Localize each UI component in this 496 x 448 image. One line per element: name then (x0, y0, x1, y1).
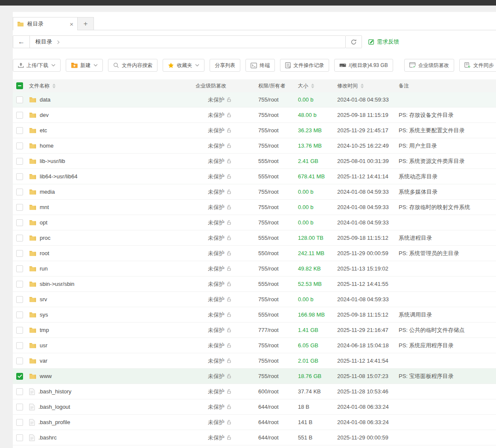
table-row[interactable]: var 未保护 755/root 2.01 GB 2025-11-12 14:4… (13, 353, 496, 369)
file-name[interactable]: mnt (40, 204, 49, 210)
table-row[interactable]: opt 未保护 755/root 0.00 b 2024-01-08 04:59… (13, 215, 496, 230)
file-name[interactable]: proc (40, 235, 50, 241)
table-row[interactable]: mnt 未保护 755/root 0.00 b 2024-01-08 04:59… (13, 200, 496, 215)
file-name[interactable]: var (40, 358, 47, 364)
table-row[interactable]: .bashrc 未保护 644/root 551 B 2025-11-29 00… (13, 430, 496, 445)
refresh-button[interactable] (346, 35, 362, 48)
row-checkbox[interactable] (16, 327, 23, 334)
select-all-checkbox[interactable] (16, 82, 23, 89)
row-checkbox[interactable] (16, 434, 23, 441)
file-operation-log-button[interactable]: 文件操作记录 (280, 59, 329, 72)
table-row[interactable]: etc 未保护 755/root 36.23 MB 2025-11-29 21:… (13, 123, 496, 138)
table-row[interactable]: .bash_history 未保护 600/root 37.74 KB 2025… (13, 384, 496, 399)
size[interactable]: 48.00 b (298, 112, 337, 118)
size[interactable]: 678.41 MB (298, 173, 337, 180)
new-button[interactable]: 新建 (66, 59, 103, 72)
table-row[interactable]: www 未保护 755/root 18.76 GB 2025-11-08 15:… (13, 369, 496, 384)
row-checkbox[interactable] (16, 127, 23, 134)
table-row[interactable]: .bash_logout 未保护 644/root 18 B 2024-01-0… (13, 399, 496, 415)
row-checkbox[interactable] (16, 265, 23, 272)
column-header-name[interactable]: 文件名称 (29, 82, 195, 90)
tamper-status[interactable]: 未保护 (195, 388, 258, 396)
file-name[interactable]: media (40, 189, 55, 195)
row-checkbox[interactable] (16, 112, 23, 119)
breadcrumb-root[interactable]: 根目录 (35, 38, 52, 46)
tamper-proof-button[interactable]: 企业级防篡改 (404, 59, 454, 72)
tamper-status[interactable]: 未保护 (195, 403, 258, 411)
row-checkbox[interactable] (16, 158, 23, 165)
size[interactable]: 18.76 GB (298, 373, 337, 379)
tamper-status[interactable]: 未保护 (195, 234, 258, 242)
row-checkbox[interactable] (16, 404, 23, 410)
size[interactable]: 0.00 b (298, 296, 337, 303)
row-checkbox[interactable] (16, 96, 23, 103)
row-checkbox[interactable] (16, 358, 23, 364)
table-row[interactable]: run 未保护 755/root 49.82 KB 2025-11-13 15:… (13, 261, 496, 276)
row-checkbox[interactable] (16, 373, 23, 380)
file-name[interactable]: srv (40, 296, 47, 303)
tab-root-directory[interactable]: 根目录 × (13, 17, 78, 30)
row-checkbox[interactable] (16, 388, 23, 395)
table-row[interactable]: sbin->usr/sbin 未保护 555/root 52.53 MB 202… (13, 276, 496, 292)
table-row[interactable]: srv 未保护 755/root 0.00 b 2024-01-08 04:59… (13, 292, 496, 307)
tamper-status[interactable]: 未保护 (195, 357, 258, 365)
feedback-link[interactable]: 需求反馈 (368, 38, 399, 46)
file-name[interactable]: sys (40, 311, 48, 318)
file-name[interactable]: www (40, 373, 52, 379)
tamper-status[interactable]: 未保护 (195, 250, 258, 257)
tamper-status[interactable]: 未保护 (195, 173, 258, 180)
size[interactable]: 1.41 GB (298, 327, 337, 333)
row-checkbox[interactable] (16, 281, 23, 288)
row-checkbox[interactable] (16, 250, 23, 257)
row-checkbox[interactable] (16, 219, 23, 226)
tamper-status[interactable]: 未保护 (195, 311, 258, 319)
size[interactable]: 0.00 b (298, 219, 337, 226)
size[interactable]: 6.05 GB (298, 342, 337, 349)
file-name[interactable]: data (40, 96, 50, 103)
file-name[interactable]: .bash_profile (38, 419, 70, 425)
size[interactable]: 2.41 GB (298, 158, 337, 164)
table-row[interactable]: usr 未保护 755/root 6.05 GB 2024-06-18 15:0… (13, 338, 496, 353)
file-name[interactable]: opt (40, 219, 47, 226)
size[interactable]: 166.98 MB (298, 311, 337, 318)
tamper-status[interactable]: 未保护 (195, 326, 258, 334)
file-content-search-button[interactable]: 文件内容搜索 (108, 59, 158, 72)
file-name[interactable]: etc (40, 127, 47, 134)
table-row[interactable]: root 未保护 550/root 242.11 MB 2025-11-29 0… (13, 246, 496, 261)
row-checkbox[interactable] (16, 204, 23, 211)
size[interactable]: 52.53 MB (298, 281, 337, 287)
size[interactable]: 36.23 MB (298, 127, 337, 134)
table-row[interactable]: dev 未保护 755/root 48.00 b 2025-09-18 11:1… (13, 108, 496, 123)
tamper-status[interactable]: 未保护 (195, 219, 258, 227)
file-name[interactable]: dev (40, 112, 49, 118)
size[interactable]: 0.00 b (298, 96, 337, 103)
table-row[interactable]: lib->usr/lib 未保护 555/root 2.41 GB 2025-0… (13, 154, 496, 169)
size[interactable]: 49.82 KB (298, 265, 337, 272)
row-checkbox[interactable] (16, 311, 23, 318)
file-name[interactable]: home (40, 143, 54, 149)
tamper-status[interactable]: 未保护 (195, 142, 258, 150)
row-checkbox[interactable] (16, 419, 23, 426)
size[interactable]: 0.00 b (298, 189, 337, 195)
file-name[interactable]: usr (40, 342, 47, 349)
size[interactable]: 0.00 b (298, 204, 337, 210)
file-name[interactable]: run (40, 265, 48, 272)
tamper-status[interactable]: 未保护 (195, 342, 258, 349)
table-row[interactable]: home 未保护 755/root 13.76 MB 2024-10-25 16… (13, 138, 496, 154)
table-row[interactable]: media 未保护 755/root 0.00 b 2024-01-08 04:… (13, 184, 496, 200)
upload-download-button[interactable]: 上传/下载 (13, 59, 61, 72)
tamper-status[interactable]: 未保护 (195, 280, 258, 288)
close-icon[interactable]: × (70, 21, 73, 27)
disk-usage-button[interactable]: /(根目录)4.93 GB (334, 59, 393, 72)
table-row[interactable]: proc 未保护 555/root 128.00 TB 2025-09-18 1… (13, 230, 496, 246)
file-name[interactable]: lib64->usr/lib64 (40, 173, 78, 180)
file-name[interactable]: .bash_history (38, 388, 71, 395)
size[interactable]: 13.76 MB (298, 143, 337, 149)
file-name[interactable]: lib->usr/lib (40, 158, 65, 164)
table-row[interactable]: tmp 未保护 777/root 1.41 GB 2025-11-29 21:1… (13, 323, 496, 338)
tamper-status[interactable]: 未保护 (195, 434, 258, 442)
tamper-status[interactable]: 未保护 (195, 296, 258, 303)
row-checkbox[interactable] (16, 235, 23, 241)
file-name[interactable]: .bash_logout (38, 404, 70, 410)
tamper-status[interactable]: 未保护 (195, 204, 258, 211)
